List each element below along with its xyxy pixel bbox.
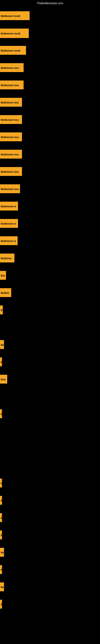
bottleneck-result-label[interactable]: Bottleneck resu — [0, 80, 24, 89]
bottleneck-result-label[interactable]: B — [0, 530, 2, 539]
bottleneck-result-label[interactable]: Bottleneck resu — [0, 150, 22, 158]
bottleneck-result-label[interactable]: Bottleneck result — [0, 28, 29, 38]
bottleneck-result-label[interactable]: B — [0, 600, 2, 608]
bottleneck-result-label[interactable]: Bot — [0, 271, 6, 280]
bottleneck-result-label[interactable]: B — [0, 513, 2, 522]
bottleneck-result-label[interactable]: Bottleneck resu — [0, 167, 22, 176]
bottleneck-result-label[interactable]: Bottleneck resu — [0, 132, 22, 141]
bottleneck-result-label[interactable]: B — [0, 358, 2, 366]
bottleneck-result-label[interactable]: B — [0, 496, 2, 505]
bottleneck-result-label[interactable]: Bo — [0, 340, 4, 349]
site-title: TheBottlenecker.com — [0, 0, 100, 6]
bottleneck-result-label[interactable]: Bottleneck re — [0, 202, 18, 210]
bottleneck-result-label[interactable]: Bottleneck result — [0, 46, 26, 55]
bottleneck-result-label[interactable]: B — [0, 478, 2, 488]
bottleneck-result-label[interactable]: B — [0, 565, 2, 574]
bottleneck-result-label[interactable]: Bottleneck resu — [0, 115, 22, 124]
bottleneck-result-label[interactable]: Bottleneck resu — [0, 98, 22, 107]
bottleneck-result-label[interactable]: Bottleneck re — [0, 219, 18, 228]
bottleneck-result-label[interactable]: B — [0, 306, 3, 314]
bottleneck-result-label[interactable]: Bottleneck re — [0, 236, 18, 245]
bottleneck-result-label[interactable]: Bottlen — [0, 288, 11, 297]
bottleneck-result-label[interactable]: Bottlenec — [0, 254, 14, 262]
bottleneck-result-label[interactable]: Bottleneck resu — [0, 184, 20, 193]
bottleneck-result-label[interactable]: B — [0, 409, 2, 418]
bottleneck-result-label[interactable]: Bottleneck result — [0, 11, 30, 20]
bottleneck-result-label[interactable]: Bo — [0, 582, 4, 591]
bottleneck-result-label[interactable]: Bott — [0, 375, 7, 384]
bottleneck-result-label[interactable]: Bo — [0, 548, 4, 557]
bottleneck-result-label[interactable]: Bottleneck resu — [0, 63, 24, 72]
